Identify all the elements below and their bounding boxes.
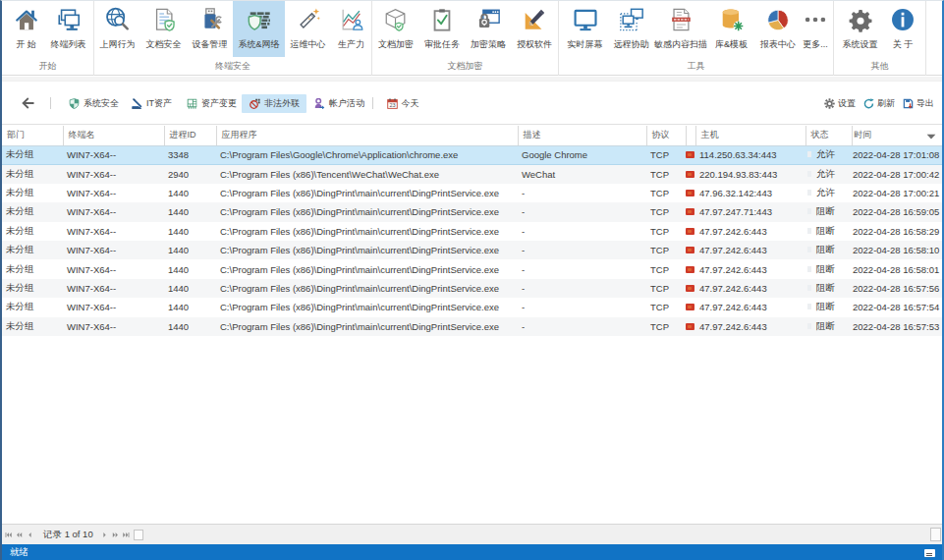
status-bar: 就绪 <box>2 544 942 560</box>
cell-host: 47.97.242.6:443 <box>695 241 805 259</box>
ribbon-button-label: 运维中心 <box>291 39 326 49</box>
ribbon-button[interactable]: 终端列表 <box>47 1 90 57</box>
ribbon-group: 开 始终端列表开始 <box>2 1 94 76</box>
ribbon-button-label: 系统&网络 <box>238 39 279 49</box>
ribbon-button-label: 审批任务 <box>424 39 460 49</box>
ribbon-group: 上网行为文档安全设备管理系统&网络运维中心生产力终端安全 <box>94 1 372 76</box>
table-row[interactable]: 未分组WIN7-X64--1440C:\Program Files (x86)\… <box>2 202 942 221</box>
nav-edit-box[interactable] <box>134 530 143 540</box>
toolbar-action-export[interactable]: 导出 <box>903 97 934 110</box>
window-lock-icon <box>475 7 501 32</box>
ribbon-button[interactable]: 实时屏幕 <box>562 1 608 57</box>
toolbar-today-filter[interactable]: 今天 <box>378 94 426 113</box>
table-row[interactable]: 未分组WIN7-X64--1440C:\Program Files (x86)\… <box>2 184 942 202</box>
grid-column-header[interactable]: 描述 <box>518 126 646 145</box>
cell-time: 2022-04-28 16:57:56 <box>852 279 942 298</box>
ribbon-button-label: 开 始 <box>16 39 36 49</box>
ribbon-button[interactable]: 设备管理 <box>187 1 233 57</box>
ribbon-button[interactable]: 更多... <box>801 1 830 57</box>
toolbar-item-label: 非法外联 <box>264 97 300 110</box>
host-flag-icon <box>686 266 694 273</box>
cell-pid: 3348 <box>164 145 216 164</box>
connections-table: 部门终端名进程ID应用程序描述协议主机状态时间未分组WIN7-X64--3348… <box>2 126 942 336</box>
nav-first-button[interactable] <box>5 532 12 538</box>
cell-dept: 未分组 <box>2 164 63 183</box>
ribbon-button[interactable]: 上网行为 <box>94 1 140 57</box>
grid-column-header[interactable]: 状态 <box>805 126 852 145</box>
grid-column-header[interactable]: 应用程序 <box>216 126 518 145</box>
database-new-icon <box>719 7 745 32</box>
grid-column-header[interactable]: 进程ID <box>164 126 216 145</box>
grid-column-header[interactable]: 终端名 <box>63 126 164 145</box>
ribbon-button[interactable]: 授权软件 <box>512 1 558 57</box>
toolbar-item-label: IT资产 <box>146 97 172 110</box>
data-grid: 部门终端名进程ID应用程序描述协议主机状态时间未分组WIN7-X64--3348… <box>2 126 942 336</box>
table-row[interactable]: 未分组WIN7-X64--3348C:\Program Files\Google… <box>2 145 942 164</box>
ribbon-group: 实时屏幕远程协助敏感内容扫描库&模板报表中心更多...工具 <box>559 1 834 76</box>
table-row[interactable]: 未分组WIN7-X64--1440C:\Program Files (x86)\… <box>2 317 942 336</box>
table-row[interactable]: 未分组WIN7-X64--1440C:\Program Files (x86)\… <box>2 222 942 241</box>
statusbar-message-icon[interactable] <box>924 549 935 557</box>
table-row[interactable]: 未分组WIN7-X64--1440C:\Program Files (x86)\… <box>2 259 942 278</box>
toolbar-item-label: 帐户活动 <box>329 97 364 110</box>
ribbon-button[interactable]: 运维中心 <box>285 1 331 57</box>
table-row[interactable]: 未分组WIN7-X64--1440C:\Program Files (x86)\… <box>2 241 942 259</box>
ribbon-button[interactable]: 审批任务 <box>419 1 466 57</box>
nav-last-button[interactable] <box>123 532 130 538</box>
ribbon-button[interactable]: 系统设置 <box>837 1 883 57</box>
cell-host: 47.96.32.142:443 <box>695 184 805 202</box>
table-row[interactable]: 未分组WIN7-X64--1440C:\Program Files (x86)\… <box>2 298 942 316</box>
ribbon-button[interactable]: 文档安全 <box>140 1 187 57</box>
toolbar-item[interactable]: IT资产 <box>124 94 179 113</box>
cell-dept: 未分组 <box>2 145 63 164</box>
ribbon-button[interactable]: 加密策略 <box>466 1 512 57</box>
ribbon-group-label: 开始 <box>2 60 93 73</box>
cube-shield-icon <box>383 7 409 32</box>
ribbon-button[interactable]: 远程协助 <box>608 1 654 57</box>
cell-app: C:\Program Files (x86)\DingPrint\main\cu… <box>216 279 518 298</box>
toolbar-item[interactable]: 非法外联 <box>242 94 306 113</box>
ribbon-button[interactable]: 库&模板 <box>707 1 755 57</box>
nav-prev-button[interactable] <box>27 532 33 538</box>
info-icon <box>890 7 916 32</box>
back-arrow-icon[interactable] <box>21 95 36 111</box>
ribbon-button[interactable]: 关 于 <box>883 1 922 57</box>
ribbon-button-label: 加密策略 <box>471 39 506 49</box>
grid-column-header[interactable] <box>686 126 695 145</box>
nav-nextpage-button[interactable] <box>112 532 119 538</box>
column-filter-dropdown-icon[interactable] <box>926 134 936 140</box>
usb-tools-icon <box>197 7 223 32</box>
view-toolbar: 系统安全IT资产资产变更非法外联帐户活动今天设置刷新导出 <box>2 83 942 125</box>
ribbon-button[interactable]: 系统&网络 <box>233 1 285 57</box>
scan-doc-icon <box>668 7 694 32</box>
cell-time: 2022-04-28 16:58:10 <box>852 241 942 259</box>
toolbar-action-refresh[interactable]: 刷新 <box>863 97 895 110</box>
toolbar-item[interactable]: 系统安全 <box>61 94 124 113</box>
grid-column-header[interactable]: 主机 <box>695 126 805 145</box>
ribbon-button[interactable]: 生产力 <box>331 1 371 57</box>
host-flag-icon <box>686 208 694 215</box>
host-flag-icon <box>686 228 694 235</box>
grid-column-header[interactable]: 协议 <box>646 126 686 145</box>
cell-terminal: WIN7-X64-- <box>63 164 164 183</box>
toolbar-action-gear-small[interactable]: 设置 <box>824 97 856 110</box>
ribbon-button-label: 授权软件 <box>517 39 552 49</box>
grid-column-header[interactable]: 时间 <box>852 126 942 145</box>
toolbar-item[interactable]: 资产变更 <box>179 94 242 113</box>
ribbon-button[interactable]: 报表中心 <box>755 1 801 57</box>
cell-terminal: WIN7-X64-- <box>63 279 164 298</box>
nav-prevpage-button[interactable] <box>16 532 23 538</box>
ribbon-button[interactable]: 敏感内容扫描 <box>654 1 707 57</box>
cell-app: C:\Program Files\Google\Chrome\Applicati… <box>216 145 518 164</box>
host-flag-cell <box>686 241 695 259</box>
ribbon-button[interactable]: 文档加密 <box>373 1 419 57</box>
toolbar-item[interactable]: 帐户活动 <box>306 94 370 113</box>
cell-time: 2022-04-28 16:58:01 <box>852 259 942 278</box>
ellipsis-icon <box>803 7 828 32</box>
grid-column-header[interactable]: 部门 <box>2 126 63 145</box>
ribbon-button[interactable]: 开 始 <box>6 1 47 57</box>
nav-next-button[interactable] <box>101 532 108 538</box>
table-row[interactable]: 未分组WIN7-X64--2940C:\Program Files (x86)\… <box>2 164 942 183</box>
table-row[interactable]: 未分组WIN7-X64--1440C:\Program Files (x86)\… <box>2 279 942 298</box>
cell-terminal: WIN7-X64-- <box>63 222 164 241</box>
